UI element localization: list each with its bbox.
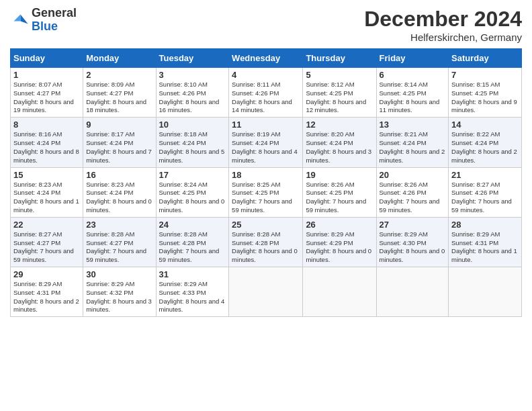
- calendar-cell: [303, 267, 376, 317]
- calendar-cell: 14 Sunrise: 8:22 AMSunset: 4:24 PMDaylig…: [449, 118, 522, 167]
- day-number: 21: [451, 170, 519, 180]
- weekday-header-wednesday: Wednesday: [229, 49, 303, 68]
- calendar-cell: 30 Sunrise: 8:29 AMSunset: 4:32 PMDaylig…: [83, 267, 156, 317]
- weekday-header-row: SundayMondayTuesdayWednesdayThursdayFrid…: [11, 49, 522, 68]
- day-detail: Sunrise: 8:09 AMSunset: 4:27 PMDaylight:…: [86, 81, 146, 113]
- logo-text: General Blue: [32, 7, 77, 34]
- day-detail: Sunrise: 8:28 AMSunset: 4:27 PMDaylight:…: [86, 230, 146, 263]
- calendar-cell: 10 Sunrise: 8:18 AMSunset: 4:24 PMDaylig…: [156, 118, 229, 167]
- calendar-cell: 19 Sunrise: 8:26 AMSunset: 4:25 PMDaylig…: [303, 167, 376, 217]
- calendar-cell: 15 Sunrise: 8:23 AMSunset: 4:24 PMDaylig…: [11, 167, 83, 217]
- svg-marker-1: [14, 14, 21, 21]
- month-title: December 2024: [364, 7, 522, 32]
- calendar-cell: 28 Sunrise: 8:29 AMSunset: 4:31 PMDaylig…: [449, 217, 522, 267]
- weekday-header-tuesday: Tuesday: [156, 49, 229, 68]
- day-detail: Sunrise: 8:18 AMSunset: 4:24 PMDaylight:…: [159, 130, 225, 163]
- day-number: 24: [159, 220, 226, 230]
- day-detail: Sunrise: 8:11 AMSunset: 4:26 PMDaylight:…: [232, 81, 292, 113]
- day-detail: Sunrise: 8:29 AMSunset: 4:31 PMDaylight:…: [13, 280, 79, 313]
- calendar-cell: 7 Sunrise: 8:15 AMSunset: 4:25 PMDayligh…: [449, 68, 522, 118]
- day-number: 22: [13, 220, 80, 230]
- day-detail: Sunrise: 8:20 AMSunset: 4:24 PMDaylight:…: [306, 130, 371, 163]
- calendar-cell: 17 Sunrise: 8:24 AMSunset: 4:25 PMDaylig…: [156, 167, 229, 217]
- svg-marker-0: [20, 14, 28, 24]
- calendar-cell: 8 Sunrise: 8:16 AMSunset: 4:24 PMDayligh…: [11, 118, 83, 167]
- day-detail: Sunrise: 8:22 AMSunset: 4:24 PMDaylight:…: [451, 130, 517, 163]
- day-detail: Sunrise: 8:12 AMSunset: 4:25 PMDaylight:…: [306, 81, 366, 113]
- logo: General Blue: [10, 7, 77, 34]
- calendar-cell: [449, 267, 522, 317]
- day-detail: Sunrise: 8:21 AMSunset: 4:24 PMDaylight:…: [380, 130, 445, 163]
- day-number: 30: [86, 269, 152, 279]
- calendar-cell: 3 Sunrise: 8:10 AMSunset: 4:26 PMDayligh…: [156, 68, 229, 118]
- day-detail: Sunrise: 8:29 AMSunset: 4:29 PMDaylight:…: [306, 230, 371, 263]
- calendar-cell: 26 Sunrise: 8:29 AMSunset: 4:29 PMDaylig…: [303, 217, 376, 267]
- day-number: 29: [13, 269, 80, 279]
- calendar-cell: 6 Sunrise: 8:14 AMSunset: 4:25 PMDayligh…: [376, 68, 449, 118]
- day-number: 3: [159, 70, 226, 80]
- day-number: 8: [13, 120, 80, 130]
- weekday-header-saturday: Saturday: [449, 49, 522, 68]
- day-detail: Sunrise: 8:27 AMSunset: 4:26 PMDaylight:…: [451, 181, 512, 214]
- day-detail: Sunrise: 8:26 AMSunset: 4:25 PMDaylight:…: [306, 181, 366, 214]
- day-number: 31: [159, 269, 226, 279]
- day-number: 11: [232, 120, 300, 130]
- day-number: 20: [380, 170, 446, 180]
- calendar-cell: 27 Sunrise: 8:29 AMSunset: 4:30 PMDaylig…: [376, 217, 449, 267]
- day-number: 23: [86, 220, 152, 230]
- day-number: 16: [86, 170, 152, 180]
- title-area: December 2024 Helferskirchen, Germany: [364, 7, 522, 43]
- week-row-2: 8 Sunrise: 8:16 AMSunset: 4:24 PMDayligh…: [11, 118, 522, 167]
- day-detail: Sunrise: 8:19 AMSunset: 4:24 PMDaylight:…: [232, 130, 298, 163]
- day-number: 25: [232, 220, 300, 230]
- day-detail: Sunrise: 8:17 AMSunset: 4:24 PMDaylight:…: [86, 130, 152, 163]
- calendar-cell: 31 Sunrise: 8:29 AMSunset: 4:33 PMDaylig…: [156, 267, 229, 317]
- day-number: 13: [380, 120, 446, 130]
- calendar-cell: 2 Sunrise: 8:09 AMSunset: 4:27 PMDayligh…: [83, 68, 156, 118]
- calendar-cell: [376, 267, 449, 317]
- day-number: 15: [13, 170, 80, 180]
- day-number: 7: [451, 70, 519, 80]
- calendar-cell: 25 Sunrise: 8:28 AMSunset: 4:28 PMDaylig…: [229, 217, 303, 267]
- day-number: 4: [232, 70, 300, 80]
- calendar-cell: 29 Sunrise: 8:29 AMSunset: 4:31 PMDaylig…: [11, 267, 83, 317]
- day-detail: Sunrise: 8:07 AMSunset: 4:27 PMDaylight:…: [13, 81, 74, 113]
- calendar-cell: 12 Sunrise: 8:20 AMSunset: 4:24 PMDaylig…: [303, 118, 376, 167]
- day-number: 27: [380, 220, 446, 230]
- day-detail: Sunrise: 8:28 AMSunset: 4:28 PMDaylight:…: [232, 230, 298, 263]
- calendar-cell: 23 Sunrise: 8:28 AMSunset: 4:27 PMDaylig…: [83, 217, 156, 267]
- calendar-cell: 4 Sunrise: 8:11 AMSunset: 4:26 PMDayligh…: [229, 68, 303, 118]
- calendar-cell: 13 Sunrise: 8:21 AMSunset: 4:24 PMDaylig…: [376, 118, 449, 167]
- day-number: 12: [306, 120, 373, 130]
- day-number: 10: [159, 120, 226, 130]
- weekday-header-friday: Friday: [376, 49, 449, 68]
- location: Helferskirchen, Germany: [364, 32, 522, 43]
- day-detail: Sunrise: 8:29 AMSunset: 4:31 PMDaylight:…: [451, 230, 517, 263]
- day-detail: Sunrise: 8:23 AMSunset: 4:24 PMDaylight:…: [86, 181, 152, 214]
- day-number: 19: [306, 170, 373, 180]
- day-number: 1: [13, 70, 80, 80]
- day-number: 14: [451, 120, 519, 130]
- header: General Blue December 2024 Helferskirche…: [10, 7, 522, 43]
- logo-blue: Blue: [32, 19, 58, 33]
- day-detail: Sunrise: 8:29 AMSunset: 4:30 PMDaylight:…: [380, 230, 445, 263]
- day-detail: Sunrise: 8:25 AMSunset: 4:25 PMDaylight:…: [232, 181, 292, 214]
- logo-general: General: [32, 6, 77, 19]
- calendar-cell: 16 Sunrise: 8:23 AMSunset: 4:24 PMDaylig…: [83, 167, 156, 217]
- day-number: 5: [306, 70, 373, 80]
- logo-icon: [10, 11, 29, 30]
- week-row-4: 22 Sunrise: 8:27 AMSunset: 4:27 PMDaylig…: [11, 217, 522, 267]
- weekday-header-sunday: Sunday: [11, 49, 83, 68]
- day-number: 18: [232, 170, 300, 180]
- weekday-header-monday: Monday: [83, 49, 156, 68]
- day-detail: Sunrise: 8:27 AMSunset: 4:27 PMDaylight:…: [13, 230, 74, 263]
- calendar-cell: 5 Sunrise: 8:12 AMSunset: 4:25 PMDayligh…: [303, 68, 376, 118]
- day-detail: Sunrise: 8:24 AMSunset: 4:25 PMDaylight:…: [159, 181, 225, 214]
- day-detail: Sunrise: 8:15 AMSunset: 4:25 PMDaylight:…: [451, 81, 517, 113]
- calendar-cell: [229, 267, 303, 317]
- day-number: 26: [306, 220, 373, 230]
- day-detail: Sunrise: 8:23 AMSunset: 4:24 PMDaylight:…: [13, 181, 79, 214]
- day-number: 9: [86, 120, 152, 130]
- day-detail: Sunrise: 8:29 AMSunset: 4:33 PMDaylight:…: [159, 280, 225, 313]
- day-detail: Sunrise: 8:26 AMSunset: 4:26 PMDaylight:…: [380, 181, 440, 214]
